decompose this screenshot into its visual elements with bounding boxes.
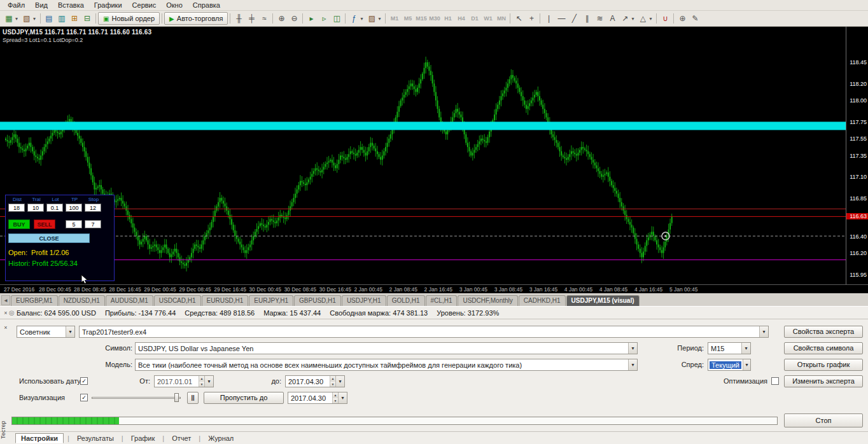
symbol-select[interactable]: USDJPY, US Dollar vs Japanese Yen ▾ (135, 342, 638, 354)
chart-area[interactable]: USDJPY,M15 116.71 116.71 116.71 116.60 1… (0, 27, 846, 284)
spinner-arrows-icon[interactable]: ▲▼ (199, 376, 204, 387)
menu-item-7[interactable]: Справка (188, 1, 225, 10)
chevron-down-icon[interactable]: ▾ (378, 16, 383, 22)
chart-tab-usdchf-monthly[interactable]: USDCHF,Monthly (458, 295, 517, 306)
price-scale[interactable]: 118.45118.20118.00117.75117.55117.35117.… (846, 27, 868, 284)
menu-item-3[interactable]: Вставка (53, 1, 89, 10)
chevron-down-icon[interactable]: ▾ (15, 16, 20, 22)
vertical-line-icon[interactable]: | (542, 12, 555, 25)
timeframe-h1[interactable]: H1 (441, 15, 454, 22)
timeframe-w1[interactable]: W1 (481, 15, 494, 22)
chart-tab-eurgbp-m1[interactable]: EURGBP,M1 (11, 295, 58, 306)
panel-input-3[interactable] (46, 204, 63, 212)
zoom-tool-icon[interactable]: ⊕ (676, 12, 689, 25)
chevron-down-icon[interactable]: ▾ (743, 359, 750, 370)
timeframe-mn[interactable]: MN (494, 15, 508, 22)
chart-tab-usdjpy-h1[interactable]: USDJPY,H1 (342, 295, 386, 306)
edit-icon[interactable]: ✎ (689, 12, 701, 25)
sell-button[interactable]: SELL (34, 219, 55, 229)
arrows-icon[interactable]: ↗ (619, 12, 631, 25)
chevron-down-icon[interactable]: ▾ (335, 376, 344, 387)
navigator-icon[interactable]: ⊞ (68, 12, 81, 25)
stop-button[interactable]: Стоп (784, 413, 863, 427)
profiles-icon[interactable]: ▧ (20, 12, 33, 25)
menu-item-5[interactable]: Сервис (127, 1, 162, 10)
chart-tab-cadhkd-h1[interactable]: CADHKD,H1 (519, 295, 566, 306)
tester-tab-5[interactable]: Журнал (204, 434, 237, 443)
market-watch-icon[interactable]: ▤ (43, 12, 55, 25)
slider-handle[interactable] (174, 393, 179, 402)
chevron-down-icon[interactable]: ▾ (649, 16, 654, 22)
data-window-icon[interactable]: ▥ (55, 12, 68, 25)
symbol-properties-button[interactable]: Свойства символа (784, 342, 863, 354)
chevron-down-icon[interactable]: ▾ (628, 359, 637, 370)
shapes-icon[interactable]: △ (636, 12, 649, 25)
visualization-checkbox[interactable]: ✓ (80, 394, 88, 401)
panel-tp2-input[interactable] (66, 220, 82, 228)
tester-tab-1[interactable]: Настройки (15, 433, 64, 443)
close-tester-button[interactable]: × (3, 324, 9, 331)
expert-properties-button[interactable]: Свойства эксперта (784, 326, 863, 338)
model-select[interactable]: Все тики (наиболее точный метод на основ… (135, 359, 638, 371)
panel-input-1[interactable] (8, 204, 25, 212)
visualization-speed-slider[interactable] (92, 392, 181, 403)
panel-input-5[interactable] (85, 204, 101, 212)
expert-type-select[interactable]: Советник ▾ (17, 326, 75, 338)
tab-scroll-left-button[interactable]: ◄ (1, 295, 10, 305)
chart-tab-cl-h1[interactable]: #CL,H1 (426, 295, 458, 306)
terminal-icon[interactable]: ⊟ (81, 12, 94, 25)
pause-button[interactable]: || (187, 392, 199, 404)
text-label-icon[interactable]: A (606, 12, 619, 25)
templates-icon[interactable]: ▨ (365, 12, 378, 25)
chevron-down-icon[interactable]: ▾ (741, 343, 750, 354)
chart-tab-usdjpy-m15-visual[interactable]: USDJPY,M15 (visual) (566, 295, 640, 306)
timeframe-m1[interactable]: M1 (388, 15, 401, 22)
candlestick-chart-icon[interactable]: ╪ (245, 12, 258, 25)
fibonacci-icon[interactable]: ≋ (593, 12, 606, 25)
skip-to-button[interactable]: Пропустить до (204, 392, 284, 404)
spinner-arrows-icon[interactable]: ▲▼ (330, 376, 335, 387)
chevron-down-icon[interactable]: ▾ (631, 16, 636, 22)
spinner-arrows-icon[interactable]: ▲▼ (332, 392, 338, 403)
chevron-down-icon[interactable]: ▾ (66, 326, 74, 337)
menu-item-2[interactable]: Вид (30, 1, 53, 10)
timeframe-h4[interactable]: H4 (454, 15, 468, 22)
skip-to-date-picker[interactable]: 2017.04.30 ▲▼ ▾ (288, 392, 347, 404)
panel-input-4[interactable] (66, 204, 82, 212)
chart-tab-gold-h1[interactable]: GOLD,H1 (387, 295, 425, 306)
tester-tab-2[interactable]: Результаты (73, 434, 118, 443)
timeframe-m5[interactable]: M5 (401, 15, 414, 22)
spread-select[interactable]: Текущий ▾ (708, 359, 751, 371)
open-chart-button[interactable]: Открыть график (784, 359, 863, 371)
buy-button[interactable]: BUY (8, 219, 30, 229)
timeframe-m30[interactable]: M30 (428, 15, 441, 22)
chart-tab-eurusd-h1[interactable]: EURUSD,H1 (202, 295, 249, 306)
menu-item-4[interactable]: Графики (89, 1, 127, 10)
close-status-button[interactable]: × (3, 310, 9, 316)
tester-tab-3[interactable]: График (127, 434, 159, 443)
chart-tab-audusd-m1[interactable]: AUDUSD,M1 (106, 295, 153, 306)
time-axis[interactable]: 27 Dec 201628 Dec 00:4528 Dec 08:4528 De… (0, 284, 868, 293)
expert-name-select[interactable]: Trap2017tester9.ex4 ▾ (79, 326, 769, 338)
panel-input-2[interactable] (27, 204, 44, 212)
panel-sl2-input[interactable] (85, 220, 101, 228)
tester-tab-4[interactable]: Отчет (168, 434, 195, 443)
modify-expert-button[interactable]: Изменить эксперта (784, 375, 863, 387)
to-date-picker[interactable]: 2017.04.30 ▲▼ ▾ (285, 375, 345, 387)
chevron-down-icon[interactable]: ▾ (759, 326, 768, 337)
from-date-picker[interactable]: 2017.01.01 ▲▼ ▾ (154, 375, 214, 387)
chart-tab-usdcad-h1[interactable]: USDCAD,H1 (154, 295, 201, 306)
menu-item-6[interactable]: Окно (161, 1, 188, 10)
chevron-down-icon[interactable]: ▾ (628, 343, 637, 354)
horizontal-line-icon[interactable]: — (555, 12, 568, 25)
auto-scroll-icon[interactable]: ▸ (305, 12, 318, 25)
chevron-down-icon[interactable]: ▾ (33, 16, 38, 22)
optimization-checkbox[interactable] (771, 377, 779, 385)
chart-tab-gbpusd-h1[interactable]: GBPUSD,H1 (294, 295, 341, 306)
chart-tab-eurjpy-h1[interactable]: EURJPY,H1 (249, 295, 293, 306)
close-all-button[interactable]: CLOSE (8, 233, 90, 243)
zoom-out-icon[interactable]: ⊖ (288, 12, 300, 25)
line-chart-icon[interactable]: ≈ (258, 12, 270, 25)
slider-track[interactable] (92, 397, 181, 399)
tile-windows-icon[interactable]: ◫ (330, 12, 343, 25)
